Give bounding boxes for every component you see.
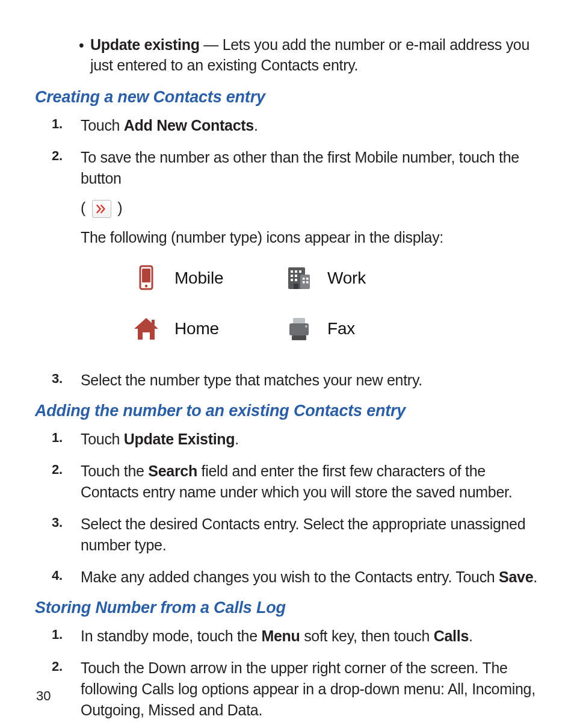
mobile-icon [129,264,164,293]
list-number: 4. [52,567,81,583]
text: The following (number type) icons appear… [81,227,538,248]
svg-rect-4 [300,275,310,289]
heading-storing: Storing Number from a Calls Log [35,599,538,617]
svg-rect-14 [303,281,305,284]
bullet-lead: Update existing [90,36,200,53]
list-number: 3. [52,514,81,530]
bold-text: Save [499,568,533,585]
list-item: 1. Touch Update Existing. [52,429,538,450]
list-number: 1. [52,115,81,132]
list-number: 2. [52,147,81,164]
text: Touch [81,431,124,447]
list-item: 2. Touch the Search field and enter the … [52,461,538,503]
text: soft key, then touch [300,627,434,644]
svg-rect-8 [291,275,293,277]
paren-close: ) [117,199,122,216]
number-type-icon-grid: Mobile [129,264,538,343]
svg-point-21 [305,325,307,328]
button-frame [92,200,111,218]
svg-rect-19 [289,323,309,335]
bullet-sep: — [200,36,223,53]
svg-rect-6 [295,270,297,273]
svg-rect-11 [295,279,297,281]
text: In standby mode, touch the [81,627,261,644]
paren-open: ( [81,199,90,216]
list-body: Select the number type that matches your… [81,370,422,391]
list-body: Touch the Search field and enter the fir… [81,461,538,503]
work-icon [282,264,316,293]
icon-label-mobile: Mobile [174,266,271,290]
list-item: 1. In standby mode, touch the Menu soft … [52,626,538,647]
svg-rect-10 [291,279,293,281]
list-body: Touch Update Existing. [81,429,239,450]
svg-rect-12 [303,278,305,280]
fax-icon [282,314,316,343]
list-number: 1. [52,626,81,642]
list-body: Select the desired Contacts entry. Selec… [81,514,538,556]
bullet-list: • Update existing — Lets you add the num… [90,35,538,76]
list-item: 2. To save the number as other than the … [52,147,538,359]
list-item: 3. Select the desired Contacts entry. Se… [52,514,538,556]
svg-rect-20 [292,335,306,340]
list-item: 1. Touch Add New Contacts. [52,115,538,136]
home-icon [129,314,164,343]
text: Touch the [81,462,148,479]
bold-text: Search [148,462,197,479]
text: . [469,627,473,644]
bold-text: Calls [434,627,469,644]
bullet-item-update-existing: • Update existing — Lets you add the num… [90,35,538,76]
heading-adding: Adding the number to an existing Contact… [35,402,538,420]
double-chevron-right-icon [96,204,107,214]
bold-text: Update Existing [124,431,235,447]
list-number: 2. [52,461,81,478]
page-number: 30 [36,688,51,704]
list-body: Touch the Down arrow in the upper right … [81,658,538,721]
heading-creating: Creating a new Contacts entry [35,88,538,107]
list-creating: 1. Touch Add New Contacts. 2. To save th… [52,115,538,391]
bullet-dot: • [79,36,84,56]
list-storing: 1. In standby mode, touch the Menu soft … [52,626,538,721]
list-body: To save the number as other than the fir… [81,147,538,359]
svg-rect-9 [295,275,297,277]
svg-rect-18 [293,318,305,324]
svg-rect-16 [294,284,298,289]
text: Make any added changes you wish to the C… [81,568,499,585]
svg-rect-7 [299,270,301,273]
icon-label-work: Work [327,266,424,290]
text: . [235,431,239,447]
icon-label-home: Home [174,317,271,340]
svg-rect-15 [306,281,309,284]
list-number: 2. [52,658,81,674]
list-item: 3. Select the number type that matches y… [52,370,538,391]
list-body: Touch Add New Contacts. [81,115,258,136]
text: . [254,117,258,134]
icon-label-fax: Fax [327,317,424,340]
text: To save the number as other than the fir… [81,147,538,189]
list-body: Make any added changes you wish to the C… [81,567,537,588]
bold-text: Add New Contacts [124,117,254,134]
list-number: 1. [52,429,81,446]
double-chevron-button [90,200,114,218]
svg-rect-17 [152,320,155,325]
list-item: 2. Touch the Down arrow in the upper rig… [52,658,538,721]
list-item: 4. Make any added changes you wish to th… [52,567,538,588]
svg-rect-5 [291,270,293,273]
text: Touch [81,117,124,134]
list-body: In standby mode, touch the Menu soft key… [81,626,473,647]
svg-rect-13 [306,278,309,280]
list-number: 3. [52,370,81,387]
manual-page: • Update existing — Lets you add the num… [0,0,574,728]
svg-rect-1 [142,269,150,282]
text: . [533,568,537,585]
svg-point-2 [145,284,147,287]
list-adding: 1. Touch Update Existing. 2. Touch the S… [52,429,538,588]
inline-button-row: ( ) [81,198,538,219]
bold-text: Menu [261,627,300,644]
